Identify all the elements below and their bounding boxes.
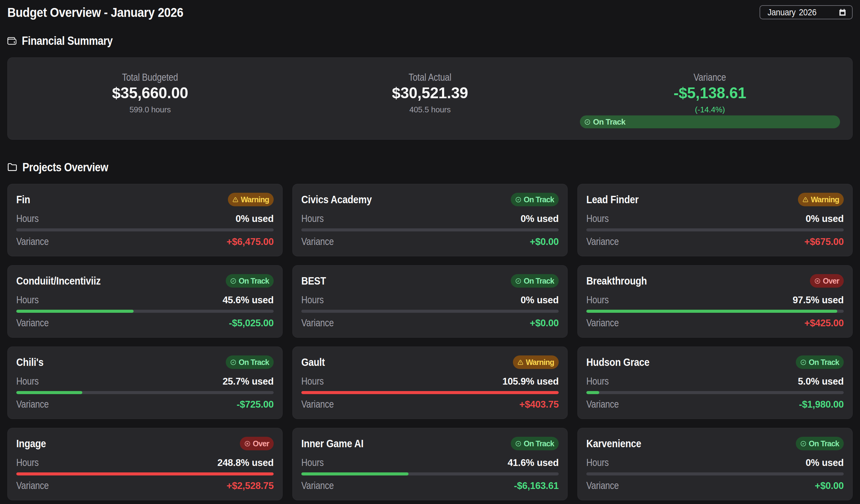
hours-label: Hours <box>586 213 609 224</box>
project-name: Ingage <box>16 438 46 450</box>
calendar-icon[interactable] <box>840 9 846 16</box>
project-card: Conduiit/Incentiviiz On Track Hours 45.6… <box>8 265 283 338</box>
hours-progress-fill <box>301 472 408 475</box>
hours-row: Hours 97.5% used <box>586 294 844 306</box>
status-badge: On Track <box>796 355 844 369</box>
hours-row: Hours 25.7% used <box>16 375 274 388</box>
month-picker-value: January 2026 <box>768 8 816 17</box>
hours-row: Hours 0% used <box>586 457 844 469</box>
variance-label: Variance <box>301 398 334 410</box>
hours-progress-fill <box>16 391 82 394</box>
total-actual-hours: 405.5 hours <box>410 105 451 114</box>
hours-progress-track <box>586 391 844 394</box>
status-banner: On Track <box>580 115 840 128</box>
status-badge-label: On Track <box>809 439 839 448</box>
financial-summary-heading: Financial Summary <box>8 34 852 47</box>
hours-progress-fill <box>301 391 559 394</box>
check-circle-icon <box>230 278 236 284</box>
project-card: Karvenience On Track Hours 0% used Varia… <box>577 428 852 500</box>
hours-progress-track <box>586 228 844 232</box>
check-circle-icon <box>515 197 521 203</box>
triangle-alert-icon <box>232 197 238 203</box>
hours-row: Hours 41.6% used <box>301 457 559 469</box>
status-badge: On Track <box>511 437 559 450</box>
hours-progress-track <box>301 228 559 232</box>
variance-value: +$0.00 <box>815 480 844 491</box>
project-name: BEST <box>301 275 326 287</box>
triangle-alert-icon <box>517 359 524 365</box>
status-badge: On Track <box>796 437 844 450</box>
project-card-header: Conduiit/Incentiviiz On Track <box>16 274 274 287</box>
hours-used-value: 41.6% used <box>508 457 559 469</box>
variance-value: -$5,025.00 <box>229 318 274 329</box>
folder-icon <box>8 162 17 172</box>
hours-progress-track <box>16 472 274 475</box>
project-name: Breakthrough <box>586 275 647 287</box>
hours-used-value: 0% used <box>521 213 559 224</box>
project-card-header: Inner Game AI On Track <box>301 437 559 450</box>
status-badge: On Track <box>226 355 274 369</box>
hours-row: Hours 0% used <box>16 213 274 225</box>
hours-label: Hours <box>586 457 609 469</box>
variance-label: Variance <box>301 236 334 247</box>
project-card-header: Lead Finder Warning <box>586 193 844 206</box>
hours-progress-track <box>16 228 274 232</box>
page-title: Budget Overview - January 2026 <box>8 5 183 20</box>
month-picker-year: 2026 <box>799 8 816 17</box>
status-badge: On Track <box>511 193 559 206</box>
status-badge-label: Warning <box>811 195 839 204</box>
hours-progress-fill <box>586 391 599 394</box>
variance-amount: -$5,138.61 <box>674 85 746 101</box>
total-budgeted-amount: $35,660.00 <box>112 85 188 101</box>
hours-progress-track <box>301 472 559 475</box>
hours-used-value: 0% used <box>235 213 274 224</box>
project-card: Breakthrough Over Hours 97.5% used Varia… <box>577 265 852 338</box>
variance-row: Variance +$2,528.75 <box>16 480 274 492</box>
status-badge: Over <box>240 437 274 450</box>
hours-label: Hours <box>301 213 324 224</box>
total-actual-amount: $30,521.39 <box>392 85 468 101</box>
variance-value: +$6,475.00 <box>226 236 274 247</box>
check-circle-icon <box>230 359 236 365</box>
projects-overview-heading: Projects Overview <box>8 161 852 174</box>
variance-label: Variance <box>586 236 619 247</box>
variance-percent: (-14.4%) <box>695 105 725 114</box>
hours-label: Hours <box>16 457 39 469</box>
project-card: BEST On Track Hours 0% used Variance +$0… <box>292 265 568 338</box>
project-name: Lead Finder <box>586 193 639 206</box>
check-circle-icon <box>800 359 806 365</box>
project-card: Fin Warning Hours 0% used Variance +$6,4… <box>8 184 283 256</box>
triangle-alert-icon <box>803 197 808 203</box>
variance-row: Variance -$1,980.00 <box>586 398 844 411</box>
hours-used-value: 97.5% used <box>793 295 844 306</box>
x-circle-icon <box>815 278 820 284</box>
variance-column: Variance -$5,138.61 (-14.4%) On Track <box>580 71 840 139</box>
check-circle-icon <box>800 441 806 447</box>
hours-label: Hours <box>301 375 324 387</box>
month-picker-input[interactable]: January 2026 <box>760 5 852 19</box>
variance-value: +$0.00 <box>530 236 559 247</box>
hours-progress-track <box>16 310 274 313</box>
hours-label: Hours <box>301 457 324 469</box>
hours-progress-fill <box>586 310 837 313</box>
hours-progress-fill <box>16 472 274 475</box>
hours-row: Hours 45.6% used <box>16 294 274 306</box>
hours-row: Hours 5.0% used <box>586 375 844 388</box>
hours-label: Hours <box>301 294 324 306</box>
hours-progress-track <box>586 472 844 475</box>
project-card: Gault Warning Hours 105.9% used Variance… <box>292 346 568 419</box>
project-name: Civics Academy <box>301 193 372 206</box>
hours-used-value: 105.9% used <box>502 376 559 387</box>
project-card-header: Ingage Over <box>16 437 274 450</box>
hours-row: Hours 0% used <box>301 294 559 306</box>
variance-value: -$1,980.00 <box>799 399 844 410</box>
project-name: Fin <box>16 193 30 206</box>
status-badge-label: On Track <box>809 358 839 367</box>
status-badge-label: Warning <box>526 358 554 367</box>
project-card-header: BEST On Track <box>301 274 559 287</box>
hours-progress-track <box>586 310 844 313</box>
variance-value: +$425.00 <box>804 318 844 329</box>
variance-label: Variance <box>16 480 49 491</box>
hours-progress-track <box>301 310 559 313</box>
variance-label: Variance <box>586 480 619 491</box>
